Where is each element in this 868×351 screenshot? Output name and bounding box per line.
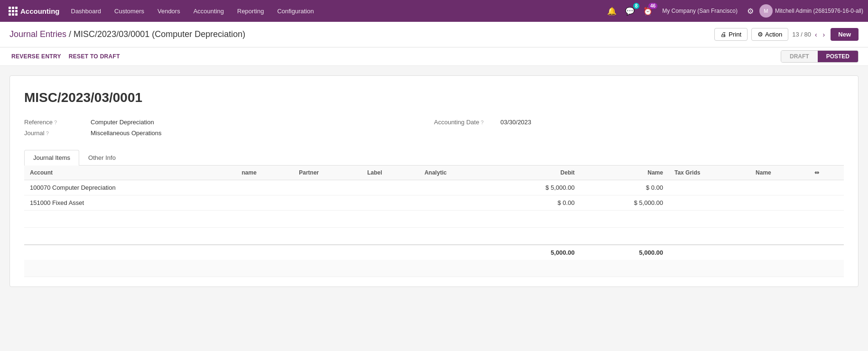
company-label[interactable]: My Company (San Francisco): [658, 8, 741, 14]
pagination-count: 13 / 80: [792, 31, 811, 38]
reference-field-row: Reference ? Computer Depreciation: [24, 117, 434, 128]
col-name2: Name: [750, 166, 809, 180]
clock-icon[interactable]: ⏰ 46: [640, 5, 656, 18]
col-debit: Debit: [492, 166, 580, 180]
clock-badge: 46: [648, 3, 657, 9]
reference-help-icon[interactable]: ?: [54, 120, 57, 125]
cell-debit: $ 0.00: [492, 195, 580, 211]
record-title: MISC/2023/03/0001: [24, 90, 844, 105]
accounting-date-help-icon[interactable]: ?: [480, 120, 483, 125]
cell-partner: [293, 180, 361, 195]
printer-icon: 🖨: [720, 31, 727, 38]
cell-debit: $ 5,000.00: [492, 180, 580, 195]
total-debit: 5,000.00: [492, 245, 580, 260]
user-avatar: M: [759, 4, 773, 18]
form-fields: Reference ? Computer Depreciation Accoun…: [24, 117, 844, 139]
breadcrumb-separator: /: [69, 29, 74, 39]
gear-icon: ⚙: [757, 31, 763, 38]
print-button[interactable]: 🖨 Print: [714, 28, 748, 41]
nav-item-customers[interactable]: Customers: [109, 6, 150, 17]
table-row[interactable]: 151000 Fixed Asset $ 0.00 $ 5,000.00: [24, 195, 844, 211]
chat-icon[interactable]: 💬 8: [622, 5, 637, 18]
table-row[interactable]: 100070 Computer Depreciation $ 5,000.00 …: [24, 180, 844, 195]
cell-label: [361, 195, 419, 211]
col-partner: Partner: [293, 166, 361, 180]
new-button[interactable]: New: [831, 28, 859, 41]
user-label: Mitchell Admin (26815976-16-0-all): [775, 8, 863, 14]
action-button[interactable]: ⚙ Action: [751, 28, 788, 41]
grid-icon: [9, 7, 18, 16]
cell-analytic: [419, 195, 492, 211]
total-credit: 5,000.00: [581, 245, 669, 260]
col-account: Account: [24, 166, 236, 180]
reverse-entry-button[interactable]: REVERSE ENTRY: [9, 51, 63, 62]
cell-tax-grids: [669, 195, 750, 211]
prev-button[interactable]: ‹: [813, 30, 819, 39]
journal-help-icon[interactable]: ?: [46, 130, 49, 136]
pagination: 13 / 80 ‹ ›: [792, 30, 827, 39]
tab-other-info[interactable]: Other Info: [79, 150, 125, 165]
form-card: MISC/2023/03/0001 Reference ? Computer D…: [9, 75, 859, 287]
accounting-date-field-row: Accounting Date ? 03/30/2023: [434, 117, 844, 128]
accounting-date-value: 03/30/2023: [500, 119, 531, 126]
empty-row-2: [24, 228, 844, 245]
journal-table: Account name Partner Label Analytic Debi…: [24, 166, 844, 277]
reset-to-draft-button[interactable]: RESET TO DRAFT: [67, 51, 122, 62]
breadcrumb-bar: Journal Entries / MISC/2023/03/0001 (Com…: [0, 22, 868, 47]
journal-label: Journal ?: [24, 129, 91, 137]
accounting-date-label: Accounting Date ?: [434, 119, 500, 126]
col-credit-name: Name: [581, 166, 669, 180]
user-menu[interactable]: M Mitchell Admin (26815976-16-0-all): [759, 4, 863, 18]
nav-item-vendors[interactable]: Vendors: [152, 6, 186, 17]
cell-analytic: [419, 180, 492, 195]
cell-partner: [293, 195, 361, 211]
col-analytic: Analytic: [419, 166, 492, 180]
col-tax-grids: Tax Grids: [669, 166, 750, 180]
table-footer-row: [24, 260, 844, 277]
settings-icon[interactable]: ⚙: [744, 5, 757, 18]
cell-name: [236, 180, 293, 195]
cell-credit: $ 0.00: [581, 180, 669, 195]
next-button[interactable]: ›: [821, 30, 827, 39]
cell-label: [361, 180, 419, 195]
cell-account: 151000 Fixed Asset: [24, 195, 236, 211]
table-header: Account name Partner Label Analytic Debi…: [24, 166, 844, 180]
empty-row-1: [24, 211, 844, 228]
app-brand[interactable]: Accounting: [5, 7, 64, 16]
action-bar: REVERSE ENTRY RESET TO DRAFT DRAFT POSTE…: [0, 47, 868, 66]
notification-icon[interactable]: 🔔: [604, 5, 619, 18]
totals-row: 5,000.00 5,000.00: [24, 245, 844, 260]
toolbar: 🖨 Print ⚙ Action 13 / 80 ‹ › New: [714, 28, 859, 41]
breadcrumb-current: MISC/2023/03/0001 (Computer Depreciation…: [74, 29, 245, 39]
nav-item-dashboard[interactable]: Dashboard: [65, 6, 107, 17]
posted-status[interactable]: POSTED: [818, 51, 858, 62]
journal-field-row: Journal ? Miscellaneous Operations: [24, 128, 434, 139]
top-navigation: Accounting Dashboard Customers Vendors A…: [0, 0, 868, 22]
breadcrumb: Journal Entries / MISC/2023/03/0001 (Com…: [9, 29, 714, 39]
tab-journal-items[interactable]: Journal Items: [24, 150, 79, 166]
draft-status[interactable]: DRAFT: [781, 51, 818, 62]
tabs: Journal Items Other Info: [24, 150, 844, 166]
status-pills: DRAFT POSTED: [781, 50, 859, 63]
reference-label: Reference ?: [24, 119, 91, 126]
cell-account: 100070 Computer Depreciation: [24, 180, 236, 195]
col-name1: name: [236, 166, 293, 180]
cell-tax-grids: [669, 180, 750, 195]
cell-name2: [750, 180, 809, 195]
nav-item-configuration[interactable]: Configuration: [271, 6, 319, 17]
nav-item-accounting[interactable]: Accounting: [188, 6, 230, 17]
reference-value: Computer Depreciation: [91, 119, 154, 126]
col-resize[interactable]: ⇔: [809, 166, 844, 180]
cell-credit: $ 5,000.00: [581, 195, 669, 211]
chat-badge: 8: [633, 3, 640, 9]
breadcrumb-parent[interactable]: Journal Entries: [9, 29, 66, 39]
cell-name: [236, 195, 293, 211]
cell-name2: [750, 195, 809, 211]
journal-value: Miscellaneous Operations: [91, 129, 162, 137]
col-label: Label: [361, 166, 419, 180]
nav-item-reporting[interactable]: Reporting: [231, 6, 269, 17]
brand-label: Accounting: [20, 7, 60, 15]
main-content: MISC/2023/03/0001 Reference ? Computer D…: [0, 66, 868, 296]
